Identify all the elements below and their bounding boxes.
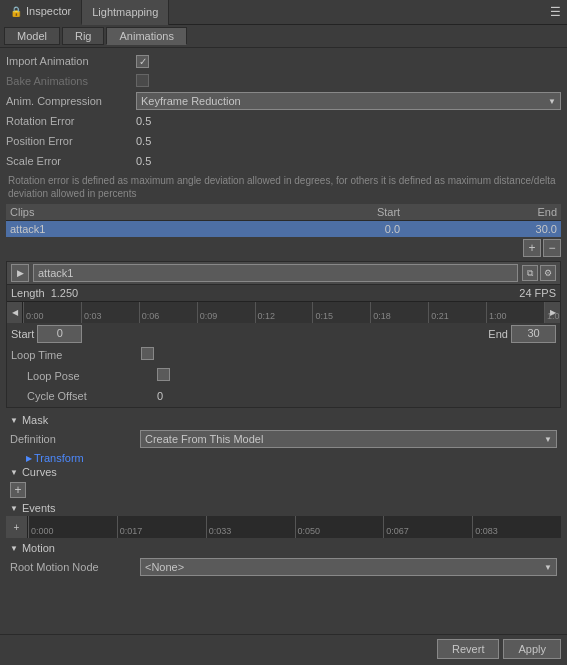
start-input[interactable]: 0 <box>37 325 82 343</box>
subtab-model[interactable]: Model <box>4 27 60 45</box>
events-timeline[interactable]: + 0:0000:0170:0330:0500:0670:0831:00 <box>6 516 561 538</box>
clip-name-cell: attack1 <box>6 221 238 238</box>
timeline-tick: 0:21 <box>428 302 449 323</box>
loop-time-row: Loop Time <box>7 345 560 364</box>
clip-name-input[interactable] <box>33 264 518 282</box>
clip-end-cell: 30.0 <box>404 221 561 238</box>
loop-pose-label: Loop Pose <box>27 370 157 382</box>
start-label: Start <box>11 328 34 340</box>
bake-animations-row: Bake Animations <box>6 72 561 90</box>
events-tick: 0:083 <box>472 516 498 538</box>
timeline-tick: 0:12 <box>255 302 276 323</box>
bottom-bar: Revert Apply <box>0 634 567 663</box>
tab-bar-icons: ☰ <box>550 5 567 19</box>
apply-button[interactable]: Apply <box>503 639 561 659</box>
clip-start-cell: 0.0 <box>238 221 404 238</box>
tab-inspector[interactable]: 🔒 Inspector <box>0 0 82 25</box>
position-error-label: Position Error <box>6 135 136 147</box>
scale-error-value: 0.5 <box>136 155 561 167</box>
timeline-tick: 0:00 <box>23 302 44 323</box>
loop-time-checkbox[interactable] <box>141 347 154 360</box>
loop-pose-checkbox[interactable] <box>157 368 170 381</box>
clip-settings-icon[interactable]: ⚙ <box>540 265 556 281</box>
mask-section-header[interactable]: ▼ Mask <box>6 412 561 428</box>
end-input[interactable]: 30 <box>511 325 556 343</box>
timeline-tick: 0:03 <box>81 302 102 323</box>
revert-button[interactable]: Revert <box>437 639 499 659</box>
timeline-tick: 0:06 <box>139 302 160 323</box>
timeline-tick: 1:03 <box>544 302 560 323</box>
anim-description: Rotation error is defined as maximum ang… <box>6 172 561 204</box>
scale-error-label: Scale Error <box>6 155 136 167</box>
clip-editor-header: ▶ ⧉ ⚙ <box>7 262 560 285</box>
timeline-tick: 0:15 <box>312 302 333 323</box>
events-tick: 0:033 <box>206 516 232 538</box>
subtab-animations[interactable]: Animations <box>106 27 186 45</box>
timeline-track[interactable]: 0:000:030:060:090:120:150:180:211:001:03 <box>23 302 544 323</box>
definition-row: Definition Create From This Model <box>6 428 561 450</box>
root-motion-row: Root Motion Node <None> <box>6 556 561 578</box>
import-animation-label: Import Animation <box>6 55 136 67</box>
timeline-tick: 0:18 <box>370 302 391 323</box>
tab-inspector-label: Inspector <box>26 5 71 17</box>
root-motion-dropdown[interactable]: <None> <box>140 558 557 576</box>
length-label: Length <box>11 287 45 299</box>
clips-table: Clips Start End attack1 0.0 30.0 <box>6 204 561 237</box>
length-row: Length 1.250 24 FPS <box>7 285 560 301</box>
anim-compression-row: Anim. Compression Keyframe Reduction <box>6 92 561 110</box>
anim-compression-dropdown[interactable]: Keyframe Reduction <box>136 92 561 110</box>
transform-link[interactable]: ▶ Transform <box>6 452 561 464</box>
remove-clip-button[interactable]: − <box>543 239 561 257</box>
events-section-header[interactable]: ▼ Events <box>6 500 561 516</box>
scale-error-row: Scale Error 0.5 <box>6 152 561 170</box>
curves-section-header[interactable]: ▼ Curves <box>6 464 561 480</box>
clips-col-start: Start <box>238 204 404 221</box>
clip-copy-icon[interactable]: ⧉ <box>522 265 538 281</box>
subtab-rig[interactable]: Rig <box>62 27 105 45</box>
end-label: End <box>488 328 508 340</box>
rotation-error-value: 0.5 <box>136 115 561 127</box>
motion-section-header[interactable]: ▼ Motion <box>6 540 561 556</box>
events-label: Events <box>22 502 56 514</box>
timeline-tick: 1:00 <box>486 302 507 323</box>
bake-animations-check[interactable] <box>136 74 149 87</box>
menu-icon[interactable]: ☰ <box>550 5 561 19</box>
anim-compression-label: Anim. Compression <box>6 95 136 107</box>
definition-dropdown[interactable]: Create From This Model <box>140 430 557 448</box>
clip-editor-icons: ⧉ ⚙ <box>522 265 556 281</box>
clips-col-end: End <box>404 204 561 221</box>
definition-label: Definition <box>10 433 140 445</box>
add-clip-button[interactable]: + <box>523 239 541 257</box>
events-triangle-icon: ▼ <box>10 504 18 513</box>
cycle-offset-label: Cycle Offset <box>27 390 157 402</box>
transform-triangle-icon: ▶ <box>26 454 32 463</box>
timeline-bar[interactable]: ◀ 0:000:030:060:090:120:150:180:211:001:… <box>7 301 560 323</box>
tab-lightmapping[interactable]: Lightmapping <box>82 0 169 25</box>
bake-animations-label: Bake Animations <box>6 75 136 87</box>
import-animation-row: Import Animation <box>6 52 561 70</box>
events-track: 0:0000:0170:0330:0500:0670:0831:00 <box>28 516 561 538</box>
import-animation-check[interactable] <box>136 55 149 68</box>
add-curve-button[interactable]: + <box>10 482 26 498</box>
events-add-btn[interactable]: + <box>6 516 28 538</box>
clips-table-header: Clips Start End <box>6 204 561 221</box>
rotation-error-row: Rotation Error 0.5 <box>6 112 561 130</box>
tab-bar: 🔒 Inspector Lightmapping ☰ <box>0 0 567 25</box>
play-button[interactable]: ▶ <box>11 264 29 282</box>
curves-triangle-icon: ▼ <box>10 468 18 477</box>
mask-label: Mask <box>22 414 48 426</box>
events-tick: 0:067 <box>383 516 409 538</box>
cycle-offset-value: 0 <box>157 390 163 402</box>
table-row[interactable]: attack1 0.0 30.0 <box>6 221 561 238</box>
position-error-row: Position Error 0.5 <box>6 132 561 150</box>
curves-section: + <box>6 480 561 500</box>
tab-lightmapping-label: Lightmapping <box>92 6 158 18</box>
events-tick: 0:017 <box>117 516 143 538</box>
clip-editor: ▶ ⧉ ⚙ Length 1.250 24 FPS ◀ 0:000:030:06… <box>6 261 561 408</box>
import-animation-checkbox[interactable] <box>136 55 561 68</box>
timeline-left-btn[interactable]: ◀ <box>7 302 23 324</box>
events-tick: 0:000 <box>28 516 54 538</box>
bake-animations-checkbox[interactable] <box>136 74 561 89</box>
loop-pose-row: Loop Pose <box>7 366 560 385</box>
events-tick: 0:050 <box>295 516 321 538</box>
